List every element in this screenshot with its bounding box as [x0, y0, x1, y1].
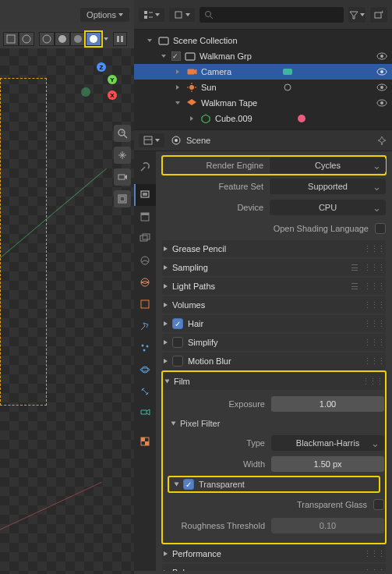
camera-icon: [185, 66, 198, 77]
pin-icon[interactable]: [376, 135, 387, 146]
xray-toggle[interactable]: [19, 32, 34, 46]
visibility-icon[interactable]: [376, 83, 387, 91]
wireframe-shading[interactable]: [39, 32, 55, 46]
tab-data[interactable]: [134, 402, 156, 424]
navigation-gizmo[interactable]: Z Y X: [84, 67, 118, 101]
filter-dropdown[interactable]: [348, 7, 366, 23]
render-engine-select[interactable]: Cycles: [270, 158, 386, 173]
pixel-filter-header[interactable]: Pixel Filter: [164, 416, 384, 431]
roughness-row: Roughness Threshold 0.10: [164, 516, 384, 535]
svg-point-2: [43, 35, 51, 43]
tab-modifier[interactable]: [134, 315, 156, 337]
section-header[interactable]: Performance⋮⋮⋮: [162, 545, 386, 562]
tab-texture[interactable]: [134, 430, 156, 452]
solid-shading[interactable]: [55, 32, 70, 46]
properties-content[interactable]: Render Engine Cycles Feature Set Support…: [156, 151, 392, 571]
material-shading[interactable]: [70, 32, 86, 46]
zoom-icon[interactable]: +: [114, 125, 131, 142]
filter-type-select[interactable]: Blackman-Harris: [271, 435, 384, 451]
transparent-glass-checkbox[interactable]: [373, 499, 384, 510]
outliner-row-walkman-grp[interactable]: Walkman Grp: [134, 48, 392, 64]
visibility-icon[interactable]: [376, 99, 387, 107]
camera-frame: [0, 78, 47, 406]
svg-point-44: [175, 139, 178, 142]
feature-set-select[interactable]: Supported: [270, 179, 386, 194]
perspective-icon[interactable]: [114, 190, 131, 207]
rendered-shading[interactable]: [86, 32, 101, 46]
outliner-row-camera[interactable]: Camera: [134, 64, 392, 80]
editor-type-dropdown[interactable]: [139, 133, 164, 147]
tab-particles[interactable]: [134, 337, 156, 359]
new-collection-button[interactable]: +: [370, 7, 387, 23]
options-dropdown[interactable]: Options: [80, 8, 129, 22]
tab-object[interactable]: [134, 293, 156, 315]
outliner-search[interactable]: [200, 7, 344, 23]
section-header[interactable]: Volumes⋮⋮⋮: [162, 296, 386, 314]
tab-physics[interactable]: [134, 359, 156, 381]
tab-world[interactable]: [134, 271, 156, 293]
device-select[interactable]: CPU: [270, 200, 386, 215]
section-header[interactable]: Hair⋮⋮⋮: [162, 315, 386, 332]
section-header[interactable]: Sampling☰⋮⋮⋮: [162, 259, 386, 276]
expand-icon[interactable]: [175, 101, 180, 105]
outliner-row-cube[interactable]: Cube.009: [134, 111, 392, 126]
tab-output[interactable]: [134, 206, 156, 228]
expand-icon: [164, 340, 168, 345]
section-header[interactable]: Bake⋮⋮⋮: [162, 564, 386, 571]
section-hair: Hair⋮⋮⋮: [162, 315, 386, 332]
section-header[interactable]: Grease Pencil⋮⋮⋮: [162, 240, 386, 257]
axis-y[interactable]: Y: [108, 75, 117, 84]
expand-icon[interactable]: [176, 69, 179, 74]
tab-constraints[interactable]: [134, 381, 156, 402]
visibility-icon[interactable]: [376, 68, 387, 76]
outliner-row-walkman-tape[interactable]: Walkman Tape: [134, 95, 392, 111]
exposure-field[interactable]: 1.00: [271, 396, 384, 412]
outliner-icon: [143, 10, 153, 19]
properties-header: Scene: [134, 129, 392, 151]
camera-view-icon[interactable]: [114, 168, 131, 186]
preset-icon[interactable]: ☰: [351, 263, 358, 273]
svg-point-55: [147, 345, 149, 348]
expand-icon[interactable]: [176, 85, 179, 90]
tab-tool[interactable]: [134, 156, 156, 178]
expand-icon[interactable]: [161, 55, 166, 58]
transparent-header[interactable]: Transparent: [168, 477, 380, 492]
expand-icon[interactable]: [147, 39, 152, 42]
display-mode-dropdown[interactable]: [169, 8, 195, 22]
section-header[interactable]: Film⋮⋮⋮: [164, 373, 384, 390]
outliner-tree[interactable]: Scene Collection Walkman Grp Camera Sun: [134, 30, 392, 129]
expand-icon[interactable]: [190, 116, 193, 121]
axis-neg[interactable]: [81, 87, 90, 97]
enable-checkbox[interactable]: [171, 51, 181, 61]
pan-icon[interactable]: [114, 147, 131, 164]
visibility-icon[interactable]: [376, 52, 387, 60]
svg-rect-11: [118, 175, 125, 179]
outliner-row-scene-collection[interactable]: Scene Collection: [134, 33, 392, 48]
outliner-header: +: [134, 0, 392, 30]
transparent-checkbox[interactable]: [183, 479, 194, 490]
breadcrumb-label: Scene: [186, 136, 210, 145]
section-header[interactable]: Simplify⋮⋮⋮: [162, 334, 386, 351]
pause-button[interactable]: [113, 32, 127, 46]
hair-checkbox[interactable]: [172, 318, 183, 329]
overlays-toggle[interactable]: [3, 32, 19, 46]
motion-blur-checkbox[interactable]: [172, 356, 183, 367]
editor-type-dropdown[interactable]: [139, 8, 164, 22]
tab-view-layer[interactable]: [134, 228, 156, 250]
filter-width-field[interactable]: 1.50 px: [271, 456, 384, 472]
section-header[interactable]: Light Paths☰⋮⋮⋮: [162, 278, 386, 295]
axis-z[interactable]: Z: [97, 62, 106, 72]
svg-point-29: [380, 70, 383, 73]
viewport-3d[interactable]: Options Z Y X +: [0, 0, 134, 574]
chevron-down-icon[interactable]: [104, 37, 108, 41]
roughness-field[interactable]: 0.10: [271, 518, 384, 533]
osl-checkbox[interactable]: [375, 223, 386, 234]
section-header[interactable]: Motion Blur⋮⋮⋮: [162, 353, 386, 370]
tab-scene[interactable]: [134, 250, 156, 271]
simplify-checkbox[interactable]: [172, 337, 183, 348]
tab-render[interactable]: [134, 184, 156, 206]
axis-x[interactable]: X: [108, 90, 117, 100]
preset-icon[interactable]: ☰: [351, 282, 358, 292]
outliner-row-sun[interactable]: Sun: [134, 80, 392, 95]
expand-icon: [171, 422, 176, 426]
